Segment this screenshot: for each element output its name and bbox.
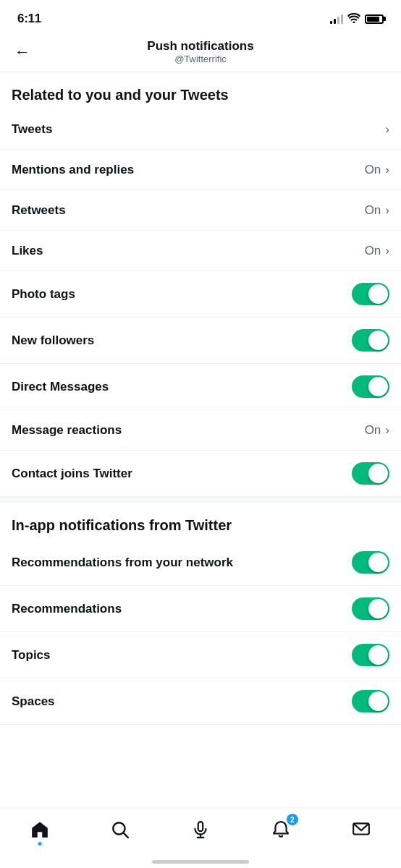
- chevron-icon: ›: [385, 122, 389, 137]
- setting-label-mentions: Mentions and replies: [12, 163, 365, 177]
- tab-spaces[interactable]: [185, 815, 216, 847]
- toggle-contact-joins[interactable]: [352, 462, 389, 485]
- content: Related to you and your Tweets Tweets › …: [0, 72, 401, 797]
- account-handle: @Twitterrific: [147, 54, 253, 64]
- setting-label-spaces: Spaces: [12, 694, 352, 709]
- setting-value-message-reactions: On: [365, 423, 381, 438]
- setting-value-retweets: On: [365, 203, 381, 218]
- chevron-icon: ›: [385, 203, 389, 218]
- chevron-icon: ›: [385, 244, 389, 258]
- setting-right-retweets: On ›: [365, 203, 389, 218]
- tab-messages[interactable]: [345, 815, 377, 847]
- setting-right-message-reactions: On ›: [365, 423, 389, 438]
- settings-group-inapp: Recommendations from your network Recomm…: [0, 540, 401, 725]
- setting-label-photo-tags: Photo tags: [12, 287, 352, 302]
- tab-bar: 2: [0, 807, 401, 868]
- tab-home[interactable]: [24, 815, 56, 847]
- signal-icon: [330, 14, 343, 24]
- spaces-icon: [191, 820, 210, 842]
- page-title: Push notifications: [147, 39, 253, 54]
- status-time: 6:11: [17, 12, 41, 26]
- toggle-direct-messages[interactable]: [352, 375, 389, 398]
- setting-row-retweets[interactable]: Retweets On ›: [0, 190, 401, 231]
- tab-search[interactable]: [104, 815, 136, 847]
- setting-label-topics: Topics: [12, 648, 352, 663]
- home-tab-dot: [38, 842, 42, 846]
- home-icon: [30, 820, 49, 843]
- setting-row-message-reactions[interactable]: Message reactions On ›: [0, 410, 401, 451]
- toggle-spaces[interactable]: [352, 690, 389, 712]
- section-related-header: Related to you and your Tweets: [0, 72, 401, 109]
- toggle-photo-tags[interactable]: [352, 283, 389, 305]
- settings-group-related: Tweets › Mentions and replies On › Retwe…: [0, 109, 401, 497]
- battery-icon: [365, 14, 384, 24]
- messages-icon: [352, 820, 371, 842]
- setting-right-tweets: ›: [385, 122, 389, 137]
- toggle-new-followers[interactable]: [352, 329, 389, 352]
- toggle-recommendations-network[interactable]: [352, 551, 389, 574]
- svg-rect-2: [198, 822, 203, 831]
- toggle-recommendations[interactable]: [352, 597, 389, 620]
- setting-label-recommendations-network: Recommendations from your network: [12, 556, 352, 570]
- setting-row-topics[interactable]: Topics: [0, 632, 401, 678]
- status-bar: 6:11: [0, 0, 401, 32]
- nav-header: ← Push notifications @Twitterrific: [0, 32, 401, 72]
- setting-label-message-reactions: Message reactions: [12, 423, 365, 438]
- wifi-icon: [347, 13, 360, 25]
- tab-notifications[interactable]: 2: [265, 815, 297, 847]
- status-icons: [330, 13, 384, 25]
- setting-row-mentions[interactable]: Mentions and replies On ›: [0, 150, 401, 190]
- svg-line-1: [124, 833, 128, 838]
- setting-value-mentions: On: [365, 163, 381, 177]
- setting-label-tweets: Tweets: [12, 122, 385, 137]
- notifications-badge: 2: [287, 814, 298, 825]
- setting-label-new-followers: New followers: [12, 333, 352, 348]
- toggle-topics[interactable]: [352, 644, 389, 666]
- home-indicator: [152, 860, 249, 864]
- setting-row-contact-joins[interactable]: Contact joins Twitter: [0, 451, 401, 497]
- setting-label-retweets: Retweets: [12, 203, 365, 218]
- setting-row-direct-messages[interactable]: Direct Messages: [0, 364, 401, 410]
- back-button[interactable]: ←: [12, 40, 33, 64]
- setting-row-likes[interactable]: Likes On ›: [0, 231, 401, 271]
- setting-value-likes: On: [365, 244, 381, 258]
- section-divider: [0, 497, 401, 503]
- nav-title-block: Push notifications @Twitterrific: [147, 39, 253, 64]
- chevron-icon: ›: [385, 423, 389, 438]
- setting-label-recommendations: Recommendations: [12, 602, 352, 616]
- setting-row-spaces[interactable]: Spaces: [0, 678, 401, 725]
- setting-label-contact-joins: Contact joins Twitter: [12, 467, 352, 481]
- setting-row-tweets[interactable]: Tweets ›: [0, 109, 401, 150]
- setting-label-likes: Likes: [12, 244, 365, 258]
- chevron-icon: ›: [385, 163, 389, 177]
- setting-right-mentions: On ›: [365, 163, 389, 177]
- setting-label-direct-messages: Direct Messages: [12, 380, 352, 394]
- notifications-icon: [271, 820, 290, 842]
- search-icon: [111, 820, 130, 842]
- setting-right-likes: On ›: [365, 244, 389, 258]
- setting-row-new-followers[interactable]: New followers: [0, 318, 401, 364]
- setting-row-photo-tags[interactable]: Photo tags: [0, 271, 401, 318]
- section-inapp-header: In-app notifications from Twitter: [0, 503, 401, 540]
- setting-row-recommendations-network[interactable]: Recommendations from your network: [0, 540, 401, 586]
- setting-row-recommendations[interactable]: Recommendations: [0, 586, 401, 632]
